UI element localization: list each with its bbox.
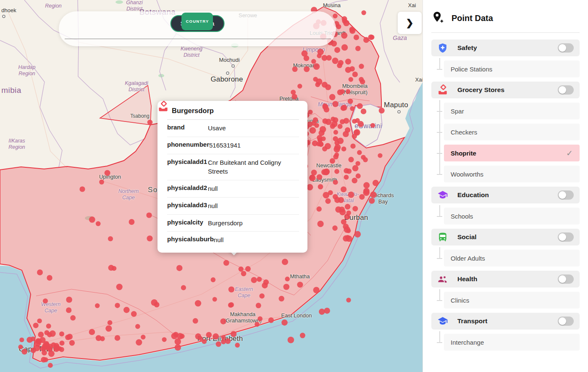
store-dot[interactable] — [361, 108, 367, 114]
store-dot[interactable] — [47, 332, 52, 337]
subitem-schools[interactable]: Schools — [444, 208, 580, 224]
store-dot[interactable] — [31, 337, 35, 341]
store-dot[interactable] — [370, 123, 375, 128]
store-dot[interactable] — [370, 192, 376, 198]
category-education[interactable]: Education — [431, 187, 580, 203]
store-dot[interactable] — [346, 169, 352, 174]
store-dot[interactable] — [228, 286, 234, 292]
store-dot[interactable] — [341, 32, 347, 39]
store-dot[interactable] — [195, 300, 201, 306]
store-dot[interactable] — [131, 311, 137, 317]
store-dot[interactable] — [89, 329, 95, 335]
store-dot[interactable] — [345, 67, 352, 73]
store-dot[interactable] — [325, 198, 331, 204]
store-dot[interactable] — [363, 37, 369, 43]
store-dot[interactable] — [361, 11, 366, 15]
store-dot[interactable] — [67, 334, 73, 340]
store-dot[interactable] — [341, 44, 348, 50]
store-dot[interactable] — [317, 206, 322, 211]
store-dot[interactable] — [325, 143, 331, 149]
subitem-interchange[interactable]: Interchange — [444, 334, 580, 351]
store-dot[interactable] — [320, 126, 326, 133]
store-dot[interactable] — [239, 266, 244, 272]
store-dot[interactable] — [334, 169, 339, 174]
store-dot[interactable] — [325, 84, 331, 90]
store-dot[interactable] — [220, 319, 226, 325]
store-dot[interactable] — [350, 106, 354, 111]
store-dot[interactable] — [105, 170, 110, 176]
store-dot[interactable] — [115, 335, 121, 341]
store-dot[interactable] — [141, 335, 145, 339]
store-dot[interactable] — [47, 275, 52, 280]
store-dot[interactable] — [38, 332, 44, 338]
store-dot[interactable] — [19, 338, 24, 342]
store-dot[interactable] — [342, 16, 347, 22]
store-dot[interactable] — [332, 225, 338, 231]
store-dot[interactable] — [341, 106, 346, 111]
store-dot[interactable] — [340, 89, 344, 94]
store-dot[interactable] — [321, 136, 326, 141]
store-dot[interactable] — [213, 297, 217, 302]
store-dot[interactable] — [116, 284, 123, 290]
store-dot[interactable] — [257, 277, 262, 282]
category-health[interactable]: Health — [431, 271, 580, 288]
store-dot[interactable] — [357, 103, 363, 109]
store-dot[interactable] — [336, 24, 341, 29]
store-dot[interactable] — [198, 336, 203, 341]
store-dot[interactable] — [313, 77, 318, 82]
store-dot[interactable] — [355, 161, 360, 166]
store-dot[interactable] — [313, 63, 320, 70]
store-dot[interactable] — [135, 324, 140, 329]
store-dot[interactable] — [162, 337, 167, 342]
store-dot[interactable] — [307, 184, 313, 190]
store-dot[interactable] — [354, 231, 361, 237]
store-dot[interactable] — [147, 120, 153, 125]
store-dot[interactable] — [332, 58, 339, 64]
store-dot[interactable] — [337, 63, 342, 68]
store-dot[interactable] — [333, 13, 338, 18]
store-dot[interactable] — [363, 182, 370, 188]
store-dot[interactable] — [341, 187, 346, 193]
store-dot[interactable] — [334, 197, 340, 203]
store-dot[interactable] — [147, 235, 153, 241]
store-dot[interactable] — [48, 351, 55, 357]
store-dot[interactable] — [281, 319, 288, 326]
store-dot[interactable] — [317, 174, 323, 180]
store-dot[interactable] — [173, 332, 178, 337]
store-dot[interactable] — [225, 338, 231, 344]
store-dot[interactable] — [37, 269, 43, 275]
store-dot[interactable] — [311, 170, 317, 176]
store-dot[interactable] — [328, 190, 333, 195]
store-dot[interactable] — [112, 266, 117, 271]
sidebar-collapse-button[interactable]: ❯ — [398, 12, 422, 34]
store-dot[interactable] — [108, 236, 113, 241]
store-dot[interactable] — [331, 121, 338, 127]
store-dot[interactable] — [310, 127, 316, 134]
store-dot[interactable] — [105, 325, 112, 332]
store-dot[interactable] — [355, 46, 361, 51]
subitem-checkers[interactable]: Checkers — [444, 124, 580, 140]
store-dot[interactable] — [354, 34, 359, 40]
store-dot[interactable] — [146, 212, 152, 218]
store-dot[interactable] — [213, 333, 219, 340]
store-dot[interactable] — [345, 127, 350, 133]
store-dot[interactable] — [181, 285, 186, 290]
store-dot[interactable] — [345, 204, 351, 210]
store-dot[interactable] — [338, 124, 343, 129]
store-dot[interactable] — [302, 50, 308, 57]
store-dot[interactable] — [333, 130, 338, 135]
store-dot[interactable] — [193, 318, 198, 324]
store-dot[interactable] — [363, 157, 368, 162]
store-dot[interactable] — [333, 179, 338, 185]
store-dot[interactable] — [359, 64, 364, 69]
store-dot[interactable] — [37, 319, 42, 323]
subitem-woolworths[interactable]: Woolworths — [444, 166, 580, 182]
store-dot[interactable] — [341, 147, 346, 152]
store-dot[interactable] — [245, 266, 251, 272]
store-dot[interactable] — [352, 165, 359, 171]
store-dot[interactable] — [18, 345, 23, 349]
store-dot[interactable] — [319, 309, 325, 315]
store-dot[interactable] — [180, 334, 185, 339]
store-dot[interactable] — [229, 302, 234, 307]
store-dot[interactable] — [352, 71, 358, 77]
